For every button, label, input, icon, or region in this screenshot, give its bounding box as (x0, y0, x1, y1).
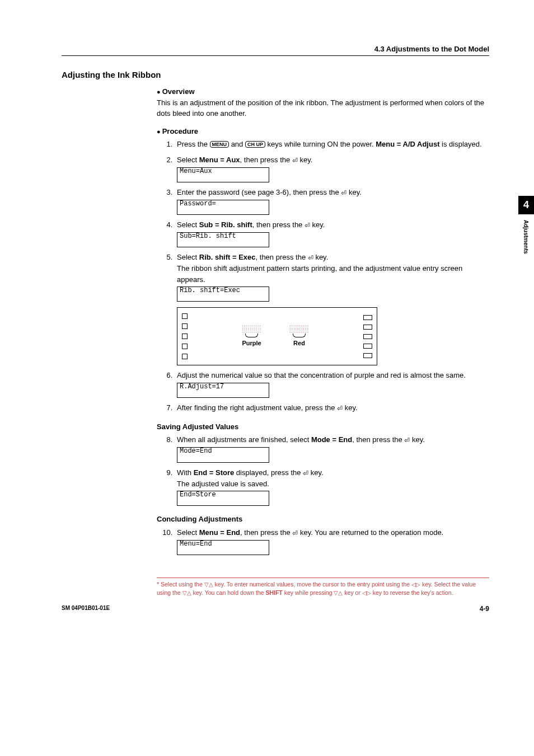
enter-icon: ⏎ (305, 220, 310, 231)
step-10: Select Menu = End, then press the ⏎ key.… (175, 527, 489, 555)
lcd-display: R.Adjust=17 (177, 383, 269, 398)
lcd-display: Menu=Aux (177, 167, 269, 182)
page-number: 4-9 (480, 605, 489, 613)
step-8: When all adjustments are finished, selec… (175, 434, 489, 462)
leftright-icon: ◁▷ (411, 581, 420, 588)
procedure-heading: Procedure (157, 126, 489, 137)
step-6: Adjust the numerical value so that the c… (175, 370, 489, 398)
saving-list: When all adjustments are finished, selec… (157, 434, 489, 506)
overview-heading: Overview (157, 86, 489, 97)
chup-key: CH UP (245, 141, 265, 148)
step-4: Select Sub = Rib. shift, then press the … (175, 219, 489, 247)
menu-key: MENU (210, 141, 229, 148)
concluding-list: Select Menu = End, then press the ⏎ key.… (157, 527, 489, 555)
step-9: With End = Store displayed, press the ⏎ … (175, 467, 489, 506)
enter-icon: ⏎ (337, 403, 343, 414)
concluding-heading: Concluding Adjustments (157, 514, 489, 525)
saving-heading: Saving Adjusted Values (157, 421, 489, 433)
print-pattern-diagram: :::::::::: :::::::::: Purple :::::::::: … (177, 307, 377, 365)
purple-swatch: :::::::::: :::::::::: Purple (242, 325, 261, 348)
step-1: Press the MENU and CH UP keys while turn… (175, 139, 489, 150)
step-5: Select Rib. shift = Exec, then press the… (175, 252, 489, 365)
lcd-display: Mode=End (177, 447, 269, 462)
step-2: Select Menu = Aux, then press the ⏎ key.… (175, 154, 489, 182)
red-swatch: :::::::::: :::::::::: Red (289, 325, 309, 348)
footnote: * Select using the ▽△ key. To enter nume… (157, 577, 489, 597)
lcd-display: Password= (177, 200, 269, 215)
lcd-display: Menu=End (177, 540, 269, 555)
chapter-label: Adjustments (523, 214, 529, 254)
step-3: Enter the password (see page 3-6), then … (175, 187, 489, 215)
enter-icon: ⏎ (341, 188, 346, 198)
enter-icon: ⏎ (303, 468, 308, 478)
section-title: Adjusting the Ink Ribbon (62, 70, 489, 79)
page-footer: SM 04P01B01-01E 4-9 (62, 605, 489, 613)
step-7: After finding the right adjustment value… (175, 402, 489, 414)
enter-icon: ⏎ (292, 156, 298, 166)
procedure-list: Press the MENU and CH UP keys while turn… (157, 139, 489, 414)
chapter-number: 4 (518, 196, 534, 214)
updown-icon: ▽△ (334, 590, 343, 596)
leftright-icon: ◁▷ (362, 590, 371, 596)
lcd-display: End=Store (177, 491, 269, 506)
page-header: 4.3 Adjustments to the Dot Model (62, 45, 489, 56)
lcd-display: Rib. shift=Exec (177, 287, 269, 302)
overview-text: This is an adjustment of the position of… (157, 97, 489, 119)
doc-id: SM 04P01B01-01E (62, 605, 110, 613)
chapter-tab: 4 Adjustments (518, 196, 534, 254)
lcd-display: Sub=Rib. shift (177, 232, 269, 247)
enter-icon: ⏎ (308, 253, 313, 263)
updown-icon: ▽△ (182, 590, 191, 596)
enter-icon: ⏎ (292, 528, 298, 538)
updown-icon: ▽△ (204, 581, 213, 588)
enter-icon: ⏎ (404, 435, 410, 445)
